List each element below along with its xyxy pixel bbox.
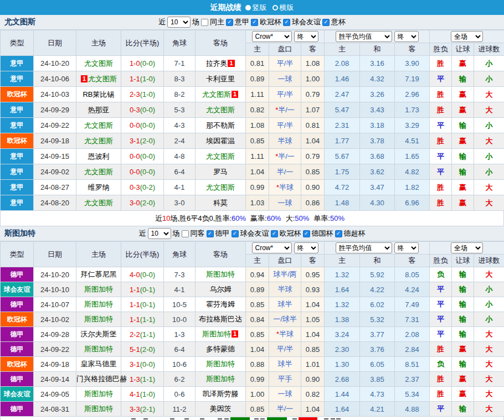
table-row: 球会友谊24-10-10斯图加特1-1(0-1)4-1乌尔姆0.89半球0.93…	[1, 282, 504, 297]
away-team-name[interactable]: 科莫	[213, 199, 228, 207]
bookmaker-select[interactable]: Crow*	[252, 242, 292, 253]
corner-cell: 4-1	[164, 282, 196, 297]
avg-final-select[interactable]: 终	[394, 242, 419, 253]
league-filter-checkbox[interactable]: ✓	[232, 230, 239, 237]
league-cell: 意甲	[1, 195, 34, 211]
view-mode-radio-horizontal[interactable]: 横版	[272, 3, 294, 13]
away-cell: 卡利亚里	[196, 71, 246, 87]
avg-draw-cell: 3.43	[360, 102, 395, 118]
avg-type-select[interactable]: 胜平负均值	[336, 31, 392, 42]
home-team-name[interactable]: 斯图加特	[84, 345, 113, 353]
away-team-name[interactable]: 斯图加特	[206, 360, 235, 368]
clipped-text-fragment	[131, 418, 136, 419]
away-team-name[interactable]: 尤文图斯	[202, 90, 231, 98]
match-count-select[interactable]: 10	[167, 17, 191, 28]
home-team-name[interactable]: 门兴格拉德巴赫	[76, 375, 127, 383]
away-team-name[interactable]: 拉齐奥	[205, 59, 227, 68]
home-team-name[interactable]: 斯图加特	[84, 315, 113, 323]
away-team-name[interactable]: 布拉格斯巴达	[199, 315, 242, 323]
team-name[interactable]: 斯图加特	[4, 229, 35, 238]
home-team-name[interactable]: 皇家马德里	[81, 360, 117, 368]
odds-away-cell: 1.05	[301, 312, 325, 327]
odds-final-select[interactable]: 终	[294, 242, 318, 253]
away-team-name[interactable]: 斯图加特	[206, 270, 235, 278]
header-corner: 角球	[164, 242, 196, 267]
same-venue-checkbox[interactable]	[201, 19, 208, 26]
team-name[interactable]: 尤文图斯	[4, 17, 35, 27]
avg-away-cell: 2.37	[395, 372, 430, 387]
avg-final-select[interactable]: 终	[394, 31, 419, 42]
home-team-name[interactable]: 沃尔夫斯堡	[81, 330, 117, 338]
away-team-name[interactable]: 美因茨	[210, 405, 232, 413]
away-team-name[interactable]: 霍芬海姆	[206, 300, 235, 308]
avg-home-cell: 2.68	[325, 372, 360, 387]
corner-cell: 10-5	[164, 297, 196, 312]
league-filter-checkbox[interactable]: ✓	[226, 19, 233, 26]
view-mode-radio-vertical[interactable]: 竖版	[245, 3, 267, 13]
home-team-name[interactable]: RB莱比锡	[83, 90, 114, 98]
header-type: 类型	[1, 242, 34, 267]
league-filter-checkbox[interactable]: ✓	[303, 230, 310, 237]
away-team-name[interactable]: 尤文图斯	[206, 183, 235, 191]
home-team-name[interactable]: 尤文图斯	[84, 199, 113, 207]
away-team-name[interactable]: 乌尔姆	[210, 285, 232, 293]
radio-selected-icon[interactable]	[245, 5, 251, 11]
league-filter-checkbox[interactable]: ✓	[283, 19, 290, 26]
home-team-name[interactable]: 拜仁慕尼黑	[81, 270, 117, 278]
away-team-name[interactable]: 尤文图斯	[206, 106, 235, 114]
odds-final-select[interactable]: 终	[294, 31, 318, 42]
date-cell: 24-09-18	[34, 133, 76, 149]
bookmaker-select[interactable]: Crow*	[252, 31, 292, 42]
league-filter-checkbox[interactable]: ✓	[335, 230, 342, 237]
score-cell: 3-3(2-1)	[121, 402, 164, 417]
away-team-name[interactable]: 卡利亚里	[206, 75, 235, 83]
away-team-name[interactable]: 那不勒斯	[206, 121, 235, 129]
home-team-name[interactable]: 恩波利	[88, 152, 110, 160]
league-filter-checkbox[interactable]: ✓	[207, 230, 214, 237]
home-team-name[interactable]: 斯图加特	[84, 285, 113, 293]
result-goals-cell: 大	[474, 327, 504, 342]
league-filter-checkbox[interactable]: ✓	[322, 19, 330, 26]
home-team-name[interactable]: 尤文图斯	[84, 168, 113, 176]
home-cell: RB莱比锡	[76, 87, 121, 102]
league-filter-checkbox[interactable]: ✓	[271, 230, 278, 237]
date-cell: 24-09-22	[34, 118, 76, 133]
summary-stat-value: 60%	[267, 214, 281, 222]
home-team-name[interactable]: 斯图加特	[84, 390, 113, 398]
away-team-name[interactable]: 罗马	[213, 168, 228, 176]
match-count-select[interactable]: 10	[148, 228, 171, 239]
home-cell: 门兴格拉德巴赫	[76, 372, 121, 387]
home-team-name[interactable]: 热那亚	[88, 106, 110, 114]
away-team-name[interactable]: 斯图加特	[206, 375, 235, 383]
corner-cell: 6-4	[164, 342, 196, 357]
date-cell: 24-09-15	[34, 149, 76, 164]
away-team-name[interactable]: 埃因霍温	[206, 137, 235, 145]
home-team-name[interactable]: 尤文图斯	[88, 75, 117, 83]
table-row: 意甲24-09-02尤文图斯0-0(0-0)6-4罗马1.04半/一0.851.…	[1, 164, 504, 180]
home-cell: 1尤文图斯	[76, 71, 121, 87]
period-select[interactable]: 全场	[451, 242, 483, 253]
odds-away-cell: 0.93	[301, 282, 325, 297]
result-wdl-cell: 平	[430, 297, 452, 312]
same-venue-checkbox[interactable]	[182, 230, 189, 237]
away-team-name[interactable]: 尤文图斯	[206, 152, 235, 160]
radio-unselected-icon[interactable]	[272, 5, 278, 11]
home-team-name[interactable]: 尤文图斯	[84, 121, 113, 129]
avg-away-cell: 1.65	[395, 149, 430, 164]
away-team-name[interactable]: 多特蒙德	[206, 345, 235, 353]
home-team-name[interactable]: 斯图加特	[84, 300, 113, 308]
away-team-name[interactable]: 凯泽斯劳滕	[203, 390, 239, 398]
score-cell: 3-1(2-0)	[121, 133, 164, 149]
period-select[interactable]: 全场	[451, 31, 483, 42]
away-team-name[interactable]: 斯图加特	[202, 330, 231, 338]
home-team-name[interactable]: 斯图加特	[84, 405, 113, 413]
home-team-name[interactable]: 尤文图斯	[84, 59, 113, 68]
date-cell: 24-08-31	[34, 402, 76, 417]
home-team-name[interactable]: 维罗纳	[88, 183, 110, 191]
odds-away-cell: 1.01	[301, 357, 325, 372]
home-team-name[interactable]: 尤文图斯	[84, 137, 113, 145]
avg-home-cell: 1.46	[325, 71, 360, 87]
match-filter: 近10场同客✓德甲✓球会友谊✓欧冠杯✓德国杯✓德超杯	[139, 228, 366, 239]
league-filter-checkbox[interactable]: ✓	[251, 19, 258, 26]
avg-type-select[interactable]: 胜平负均值	[336, 242, 392, 253]
